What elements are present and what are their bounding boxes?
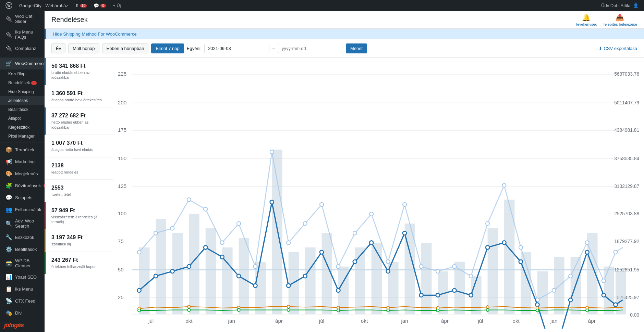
sidebar-item-iks-menu[interactable]: 📋 Iks Menu [0,283,45,295]
sidebar-item-marketing[interactable]: 📢 Marketing [0,156,45,168]
sidebar-subitem-beallitasok[interactable]: Beállítások [0,105,45,114]
admin-bar: W GadgetCity - Webáruház ⬆ 10 💬 0 + Új Ü… [0,0,644,11]
adv-woo-search-icon: 🔍 [5,220,12,227]
sidebar-item-eszkozok[interactable]: 🔧 Eszközök [0,231,45,243]
egyeni-label: Egyéni: [187,46,202,51]
stat-atlagos-netto[interactable]: 1 007 370 Ft átlagos nettó havi eladás [45,135,113,157]
svg-rect-51 [255,262,266,314]
sidebar-subitem-kezdolap[interactable]: Kezdőlap [0,69,45,78]
activity-button[interactable]: 🔔 Tevékenység [575,13,597,26]
svg-rect-61 [421,243,432,314]
sidebar-item-label: Woo Cat Slider [15,14,40,24]
svg-point-102 [602,279,606,283]
svg-text:175: 175 [118,127,126,133]
svg-point-76 [170,227,174,230]
svg-point-148 [337,309,340,312]
sidebar-subitem-pixel-manager[interactable]: Pixel Manager [0,132,45,141]
sidebar-item-ctx-feed[interactable]: 📡 CTX Feed [0,295,45,307]
sidebar-item-bovitmenyek[interactable]: 🧩 Bővítmények 10 [0,180,45,192]
sidebar-item-termekek[interactable]: 📦 Termékek [0,144,45,156]
svg-text:júl: júl [477,318,483,324]
svg-point-131 [585,250,589,254]
sidebar-item-snippets[interactable]: 💬 Snippets [0,192,45,204]
sidebar-item-label: Eszközök [15,235,34,240]
filter-ev-button[interactable]: Év [51,43,65,53]
stat-kupon[interactable]: 243 267 Ft értékben felhasznált kupon [45,252,113,274]
svg-rect-48 [206,228,216,314]
sidebar-subitem-rendelesek[interactable]: Rendelések 1 [0,78,45,87]
stat-netto-eladas[interactable]: 37 272 682 Ft nettó eladás ebben az idős… [45,107,113,135]
jofogaslogo: jófogás [4,322,24,329]
sidebar-item-woo-cat-slider[interactable]: 🔌 Woo Cat Slider [0,11,45,27]
sidebar-item-label: Megjelenés [15,171,38,176]
stat-value-brutto-eladas: 50 341 868 Ft [51,63,107,69]
stat-label-szallitasi-dij: szállítási díj [51,242,107,246]
svg-text:100: 100 [118,210,126,216]
stat-label-fizetett-tetel: fizetett tétel [51,192,107,197]
svg-point-107 [187,265,191,268]
sidebar-item-iks-menu-faqs[interactable]: 🔌 Iks Menu FAQs [0,27,45,42]
mehet-button[interactable]: Mehet [346,43,367,53]
svg-text:okt: okt [512,318,520,324]
date-to-input[interactable] [278,44,343,53]
stat-visszafizetes[interactable]: 57 949 Ft visszafizetett: 3 rendelés (3 … [45,202,113,230]
sidebar-subitem-jelentesek[interactable]: Jelentések [0,96,45,105]
sidebar-divider [0,56,45,56]
sidebar-subitem-kiegeszitok[interactable]: Kiegészítők [0,123,45,132]
adminbar-wp-logo[interactable]: W [3,0,15,11]
svg-rect-44 [139,247,149,314]
adminbar-updates[interactable]: ⬆ 10 [72,0,89,11]
svg-text:5011407.79: 5011407.79 [614,100,639,105]
stat-szallitasi-dij[interactable]: 3 197 349 Ft szállítási díj [45,229,113,252]
jelentesek-label: Jelentések [8,98,28,103]
sidebar-item-label: Yoast SEO [15,274,37,280]
stat-label-brutto-eladas: bruttó eladás ebben az időszakban [51,70,107,80]
sidebar-item-divi[interactable]: 🎭 Divi [0,307,45,319]
plugin-notice-link[interactable]: Hide Shipping Method For WooCommerce [53,31,137,37]
adminbar-right: Üdv Dobi Attila! 👤 [598,0,641,11]
svg-point-89 [386,260,390,264]
sidebar-item-complianz[interactable]: 🔌 Complianz [0,42,45,54]
sidebar-item-wp-db-cleaner[interactable]: 🗃️ WP DB Cleaner [0,255,45,271]
filter-elmult-7-nap-button[interactable]: Elmút 7 nap [151,43,184,53]
sidebar-item-megjelenes[interactable]: 🎨 Megjelenés [0,168,45,180]
yoast-seo-icon: 📊 [5,274,12,280]
svg-point-135 [187,305,190,308]
svg-text:150: 150 [118,155,126,161]
date-from-input[interactable] [204,44,269,53]
chart-area: 225 200 175 150 125 100 75 50 25 5637033… [113,58,644,332]
svg-point-123 [452,289,456,292]
svg-point-83 [287,241,290,244]
stat-brutto-eladas[interactable]: 50 341 868 Ft bruttó eladás ebben az idő… [45,58,113,85]
adminbar-site-name[interactable]: GadgetCity - Webáruház [16,0,71,11]
finish-install-button[interactable]: 📥 Telepítés befejezése [603,13,637,26]
stat-atlagos-brutto[interactable]: 1 360 591 Ft átlagos bruttó havi értékes… [45,85,113,107]
sidebar-item-felhasznalok[interactable]: 👥 Felhasználók [0,204,45,216]
wp-db-cleaner-icon: 🗃️ [5,260,12,267]
sidebar-subitem-hide-shipping[interactable]: Hide Shipping [0,87,45,96]
svg-text:5637033.76: 5637033.76 [614,71,639,77]
sidebar-item-adv-woo-search[interactable]: 🔍 Adv. Woo Search [0,216,45,231]
svg-point-146 [237,308,240,311]
sidebar-item-woocommerce[interactable]: 🛒 WooCommerce [0,58,45,69]
svg-point-110 [237,274,241,278]
filter-ebben-honapban-button[interactable]: Ebben a hónapban [102,43,149,53]
svg-point-93 [452,265,456,268]
filter-mult-honap-button[interactable]: Múlt hónap [68,43,99,53]
adminbar-comments[interactable]: 💬 0 [91,0,109,11]
page-title: Rendelések [51,16,88,24]
adminbar-greeting[interactable]: Üdv Dobi Attila! 👤 [598,0,641,11]
sidebar-item-beallitasok2[interactable]: ⚙️ Beállítások [0,243,45,255]
svg-point-144 [138,309,141,312]
sidebar-item-yoast-seo[interactable]: 📊 Yoast SEO [0,271,45,283]
stat-fizetett-tetel[interactable]: 2553 fizetett tétel [45,180,113,202]
sidebar-subitem-allapot[interactable]: Állapot [0,114,45,123]
svg-text:jan: jan [550,318,557,324]
stat-leadott-rendeles[interactable]: 2138 leadott rendelés [45,157,113,180]
csv-export-button[interactable]: ⬇ CSV exportálása [598,46,637,51]
svg-rect-65 [488,228,498,314]
svg-text:okt: okt [361,318,368,324]
woo-cat-slider-icon: 🔌 [5,16,12,22]
adminbar-new[interactable]: + Új [110,0,123,11]
adminbar-left: W GadgetCity - Webáruház ⬆ 10 💬 0 + Új [3,0,123,11]
